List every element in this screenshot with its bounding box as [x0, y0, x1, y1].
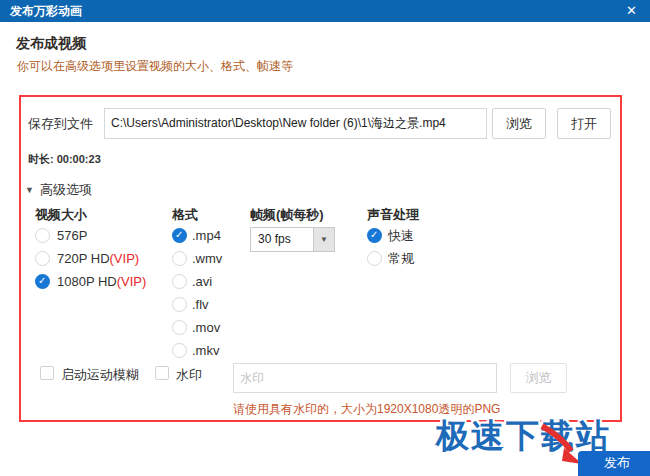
vip-badge: (VIP) [110, 251, 140, 266]
title-bar: 发布万彩动画 ✕ [0, 0, 650, 22]
radio-sound-normal[interactable] [367, 251, 382, 266]
radio-720p[interactable] [35, 251, 50, 266]
watermark-input[interactable] [233, 363, 497, 393]
option-sound-fast[interactable]: 快速 [388, 228, 414, 244]
browse-button[interactable]: 浏览 [492, 108, 546, 139]
collapse-triangle-icon: ▼ [25, 185, 34, 195]
radio-sound-fast[interactable] [367, 228, 382, 243]
page-title: 发布成视频 [16, 35, 86, 53]
radio-576p[interactable] [35, 228, 50, 243]
motion-blur-label[interactable]: 启动运动模糊 [61, 366, 139, 384]
save-path-input[interactable] [104, 108, 487, 139]
save-to-file-label: 保存到文件 [28, 115, 93, 133]
radio-avi[interactable] [172, 274, 187, 289]
chevron-down-icon: ▼ [320, 235, 328, 244]
watermark-checkbox[interactable] [155, 366, 169, 380]
open-button[interactable]: 打开 [557, 108, 611, 139]
option-mp4[interactable]: .mp4 [192, 228, 221, 244]
framerate-value: 30 fps [258, 228, 291, 251]
radio-mp4[interactable] [172, 228, 187, 243]
option-720p[interactable]: 720P HD(VIP) [57, 251, 139, 267]
vip-badge: (VIP) [117, 274, 147, 289]
radio-mkv[interactable] [172, 343, 187, 358]
framerate-select[interactable]: 30 fps ▼ [250, 227, 335, 252]
format-header: 格式 [172, 206, 198, 224]
radio-mov[interactable] [172, 320, 187, 335]
radio-wmv[interactable] [172, 251, 187, 266]
option-wmv[interactable]: .wmv [192, 251, 222, 267]
option-mkv[interactable]: .mkv [192, 343, 219, 359]
advanced-options-label: 高级选项 [40, 182, 92, 197]
option-sound-normal[interactable]: 常规 [388, 251, 414, 267]
close-icon[interactable]: ✕ [626, 0, 637, 22]
option-flv[interactable]: .flv [192, 297, 209, 313]
option-1080p[interactable]: 1080P HD(VIP) [57, 274, 146, 290]
option-mov[interactable]: .mov [192, 320, 220, 336]
window-title: 发布万彩动画 [10, 0, 82, 22]
advanced-options-toggle[interactable]: ▼高级选项 [25, 181, 92, 199]
motion-blur-checkbox[interactable] [40, 366, 54, 380]
publish-dialog: 发布万彩动画 ✕ 发布成视频 你可以在高级选项里设置视频的大小、格式、帧速等 保… [0, 0, 650, 476]
duration-text: 时长: 00:00:23 [28, 152, 101, 167]
sound-header: 声音处理 [367, 206, 419, 224]
option-avi[interactable]: .avi [192, 274, 212, 290]
publish-button[interactable]: 发布 [578, 451, 650, 476]
watermark-browse-button[interactable]: 浏览 [510, 363, 567, 393]
watermark-label[interactable]: 水印 [176, 366, 202, 384]
page-subtitle: 你可以在高级选项里设置视频的大小、格式、帧速等 [17, 58, 293, 75]
radio-1080p[interactable] [35, 274, 50, 289]
dropdown-button[interactable]: ▼ [313, 228, 334, 251]
framerate-header: 帧频(帧每秒) [250, 206, 324, 224]
option-576p[interactable]: 576P [57, 228, 87, 244]
radio-flv[interactable] [172, 297, 187, 312]
video-size-header: 视频大小 [35, 206, 87, 224]
